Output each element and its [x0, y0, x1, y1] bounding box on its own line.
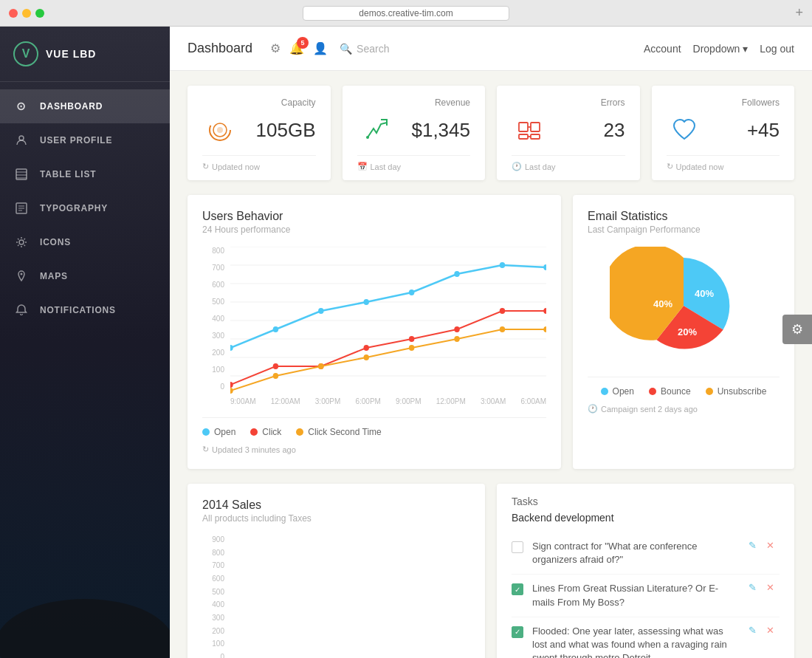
notification-count: 5 [297, 37, 309, 49]
svg-point-51 [500, 308, 505, 314]
sidebar-item-label: Table List [40, 169, 96, 179]
stat-footer-text: Last day [371, 162, 402, 171]
svg-rect-26 [531, 134, 540, 139]
svg-point-53 [230, 388, 233, 394]
chart-title: Users Behavior [202, 210, 546, 223]
topbar-icons: ⚙ 🔔 5 👤 [270, 41, 328, 55]
svg-point-18 [21, 273, 23, 275]
delete-task-1[interactable]: ✕ [766, 540, 780, 553]
search-label: Search [357, 43, 389, 55]
clock-icon: 🕐 [588, 404, 598, 414]
sidebar-item-icons[interactable]: Icons [0, 225, 170, 259]
svg-point-37 [230, 345, 233, 351]
task-checkbox-1[interactable] [512, 541, 523, 553]
maximize-button[interactable] [35, 9, 44, 18]
sidebar-item-maps[interactable]: Maps [0, 259, 170, 293]
dashboard-icon: ⊙ [13, 98, 30, 114]
app: V VUE LBD ⊙ Dashboard User Profile [0, 27, 812, 658]
svg-point-21 [217, 127, 223, 133]
settings-icon[interactable]: ⚙ [270, 41, 281, 55]
stat-card-revenue: Revenue $1,345 📅 [343, 86, 486, 180]
svg-line-15 [24, 245, 26, 247]
search-icon: 🔍 [340, 43, 352, 55]
topbar: Dashboard ⚙ 🔔 5 👤 🔍 Search Account Dropd… [170, 27, 812, 71]
sidebar-nav: ⊙ Dashboard User Profile [0, 82, 170, 658]
sidebar: V VUE LBD ⊙ Dashboard User Profile [0, 27, 170, 658]
stat-label: Followers [742, 97, 780, 108]
edit-task-2[interactable]: ✎ [749, 582, 762, 595]
stat-footer-text: Last day [525, 162, 556, 171]
tasks-title: Tasks [512, 496, 780, 507]
svg-point-56 [364, 354, 369, 360]
edit-task-1[interactable]: ✎ [749, 540, 762, 553]
capacity-icon [202, 112, 238, 148]
stat-value: 105GB [256, 119, 316, 142]
stat-card-errors: Errors 2 [497, 86, 640, 180]
stat-footer: ↻ Updated now [202, 155, 316, 171]
edit-task-3[interactable]: ✎ [749, 625, 762, 638]
sidebar-item-notifications[interactable]: Notifications [0, 293, 170, 327]
maps-icon [13, 268, 30, 284]
x-axis: 9:00AM12:00AM3:00PM6:00PM9:00PM12:00PM3:… [230, 397, 546, 405]
logo-text: VUE LBD [46, 48, 96, 60]
pie-legend: Open Bounce Unsubscribe [588, 377, 780, 397]
notifications-badge-wrap[interactable]: 🔔 5 [289, 41, 304, 55]
stat-cards: Capacity 105GB ↻ [187, 86, 794, 180]
sales-title: 2014 Sales [202, 498, 470, 512]
notifications-icon [13, 302, 30, 318]
svg-point-50 [454, 326, 459, 332]
sidebar-item-typography[interactable]: Typography [0, 191, 170, 225]
svg-point-22 [366, 136, 369, 139]
minimize-button[interactable] [22, 9, 31, 18]
stat-card-capacity: Capacity 105GB ↻ [187, 86, 331, 180]
task-text-3: Flooded: One year later, assessing what … [532, 625, 740, 658]
icons-icon [13, 234, 30, 250]
search-box[interactable]: 🔍 Search [340, 43, 389, 55]
sidebar-item-user-profile[interactable]: User Profile [0, 123, 170, 157]
svg-point-48 [364, 345, 369, 351]
logout-link[interactable]: Log out [760, 43, 794, 55]
close-button[interactable] [9, 9, 18, 18]
svg-point-54 [273, 373, 278, 379]
svg-point-9 [19, 240, 24, 244]
task-checkbox-3[interactable]: ✓ [512, 626, 523, 638]
email-chart-title: Email Statistics [588, 210, 780, 223]
page-title: Dashboard [187, 41, 252, 56]
account-link[interactable]: Account [644, 43, 681, 55]
delete-task-3[interactable]: ✕ [766, 625, 780, 638]
svg-line-16 [24, 239, 26, 240]
svg-point-42 [454, 271, 459, 277]
click-dot [250, 428, 258, 436]
chart-footer-text: Updated 3 minutes ago [212, 445, 296, 454]
svg-text:40%: 40% [695, 288, 714, 299]
open-dot [202, 428, 210, 436]
task-checkbox-2[interactable]: ✓ [512, 583, 523, 595]
gear-panel-button[interactable]: ⚙ [782, 315, 812, 344]
svg-point-49 [409, 336, 414, 342]
stat-footer: 🕐 Last day [512, 155, 625, 171]
sales-subtitle: All products including Taxes [202, 513, 470, 524]
click-second-dot [296, 428, 303, 436]
svg-point-59 [500, 326, 505, 332]
sidebar-item-dashboard[interactable]: ⊙ Dashboard [0, 89, 170, 123]
svg-line-14 [18, 239, 19, 240]
refresh-icon: ↻ [667, 162, 673, 171]
url-bar[interactable]: demos.creative-tim.com [303, 6, 509, 21]
stat-value: $1,345 [411, 119, 470, 142]
sidebar-item-label: Dashboard [40, 101, 103, 112]
typography-icon [13, 200, 30, 216]
delete-task-2[interactable]: ✕ [766, 582, 780, 595]
stat-footer: ↻ Updated now [667, 155, 780, 171]
task-item: Sign contract for "What are conference o… [512, 532, 780, 575]
bar-chart [230, 535, 470, 658]
bounce-dot [649, 388, 656, 395]
new-tab-button[interactable]: + [795, 5, 803, 21]
svg-point-45 [230, 382, 233, 388]
y-axis: 8007006005004003002001000 [202, 247, 224, 405]
dropdown-link[interactable]: Dropdown ▾ [693, 43, 749, 55]
sidebar-item-table-list[interactable]: Table List [0, 157, 170, 191]
svg-point-0 [19, 136, 24, 140]
person-icon[interactable]: 👤 [313, 41, 328, 55]
stat-value: 23 [604, 119, 625, 142]
sidebar-item-label: Typography [40, 203, 108, 213]
